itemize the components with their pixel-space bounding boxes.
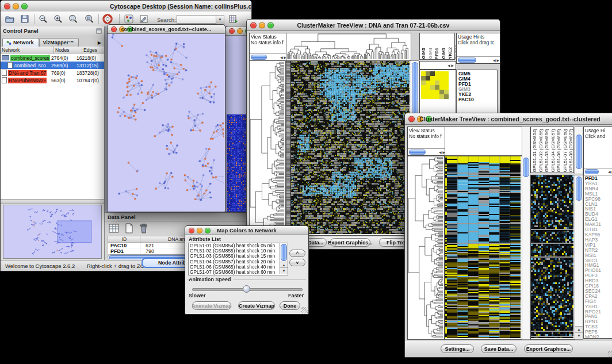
zoom-in-icon[interactable] — [53, 14, 63, 24]
speed-slider-thumb[interactable] — [243, 285, 250, 293]
animate-vizmap-button[interactable]: Animate Vizmap — [192, 301, 231, 310]
top-dendrogram-canvas[interactable] — [286, 33, 410, 59]
annotation-icon[interactable] — [139, 14, 149, 24]
heatmap-column-label[interactable]: GIM3 — [441, 48, 447, 59]
attribute-select-icon[interactable] — [108, 223, 120, 234]
panel-divider[interactable] — [1, 199, 104, 204]
dialog-titlebar[interactable]: Map Colors to Network — [185, 226, 308, 235]
mini-hscrollbar[interactable] — [408, 148, 446, 155]
heatmap-column-label[interactable]: YKE2 — [447, 47, 453, 59]
left-dendrogram-canvas[interactable] — [250, 61, 284, 234]
toolbar-separator — [119, 14, 120, 24]
network-tree-row[interactable]: combined_sco2569(6)13112(15) — [1, 62, 104, 69]
col-nodes[interactable]: Nodes — [54, 47, 82, 54]
mini-hscrollbar[interactable] — [250, 53, 288, 60]
heatmap-vscrollbar[interactable] — [522, 127, 530, 340]
vscroll-thumb[interactable] — [281, 244, 287, 261]
zoom-selected-icon[interactable] — [68, 14, 78, 24]
vscroll-thumb[interactable] — [576, 177, 582, 201]
scroll-thumb[interactable] — [458, 58, 476, 63]
heatmap-column-label[interactable]: GPL51-01 (GSM854) — [532, 129, 538, 173]
vscroll-thumb[interactable] — [576, 135, 582, 169]
more-tabs-icon[interactable] — [95, 39, 104, 47]
import-table-icon[interactable] — [228, 14, 239, 24]
genelist-vscrollbar[interactable] — [575, 175, 583, 340]
search-dropdown-arrow[interactable] — [216, 15, 224, 25]
create-vizmap-button[interactable]: Create Vizmap — [238, 301, 275, 310]
scroll-thumb[interactable] — [251, 55, 267, 60]
scroll-arrows-icon[interactable] — [608, 169, 612, 175]
scroll-down-icon[interactable] — [575, 332, 583, 339]
minimize-button[interactable] — [13, 3, 19, 9]
delete-attribute-icon[interactable] — [138, 223, 150, 234]
resize-grip[interactable] — [301, 307, 308, 313]
attribute-list-vscrollbar[interactable] — [280, 243, 288, 274]
zoom-out-icon[interactable] — [38, 14, 48, 24]
heatmap-column-label[interactable]: GPL51-02 (GSM855) — [538, 129, 544, 173]
data-col-id[interactable]: ID — [108, 236, 141, 243]
heatmap-column-label[interactable]: PFD1 — [434, 48, 440, 59]
birdseye-canvas[interactable] — [3, 205, 100, 257]
tab-vizmapper[interactable]: VizMapper™ — [39, 38, 79, 47]
scroll-down-icon[interactable] — [280, 267, 288, 274]
heatmap-column-label[interactable]: GPL51-03 (GSM856) — [544, 129, 550, 173]
control-panel-header: Control Panel — [1, 26, 104, 36]
new-attribute-icon[interactable] — [123, 223, 135, 234]
global-heatmap-canvas[interactable] — [531, 175, 573, 338]
network-tree-row[interactable]: RNAPuberNov2+563(0)107847(0) — [1, 76, 104, 84]
export-graphics-button[interactable]: Export Graphics... — [330, 238, 370, 247]
help-icon[interactable] — [102, 14, 113, 24]
close-button[interactable] — [4, 3, 10, 9]
export-graphics-button[interactable]: Export Graphics... — [524, 344, 573, 353]
network-tree-row[interactable]: combined_scores2764(0)16218(0) — [1, 54, 104, 62]
save-data-button[interactable]: Save Data... — [481, 344, 517, 353]
gene-label[interactable]: MON2 — [585, 335, 612, 339]
heatmap-column-label[interactable]: GIM4 — [428, 48, 434, 59]
heatmap-column-label[interactable]: GPL51-08 (GSM872) — [568, 129, 574, 173]
left-dendrogram-canvas[interactable] — [408, 156, 443, 338]
network-view-titlebar[interactable]: combined_scores_good.txt--cluste... — [108, 25, 225, 34]
heatmap-canvas[interactable] — [445, 156, 521, 338]
treeview-combined-titlebar[interactable]: ClusterMaker TreeView : combined_scores_… — [405, 113, 612, 125]
done-button[interactable]: Done — [280, 301, 300, 310]
save-icon[interactable] — [20, 14, 30, 24]
scroll-thumb[interactable] — [409, 150, 426, 155]
heatmap-column-label[interactable]: GPL51-06 (GSM865) — [556, 129, 562, 173]
network-canvas[interactable] — [108, 34, 224, 211]
attribute-list-item[interactable]: GPL51-07 (GSM868) heat shock 60 min — [189, 270, 280, 275]
heatmap-column-label[interactable]: GPL51-04 (GSM857) — [550, 129, 556, 173]
resize-grip[interactable] — [608, 351, 612, 357]
move-up-button[interactable]: ^ — [289, 250, 305, 257]
heatmap-row-label[interactable]: PAC10 — [458, 97, 497, 102]
mini-hscrollbar[interactable] — [584, 168, 612, 175]
tab-network[interactable]: Network — [2, 38, 39, 47]
map-colors-dialog: Map Colors to Network Attribute List GPL… — [185, 225, 309, 315]
mini-hscrollbar[interactable] — [457, 56, 500, 63]
minimize-button[interactable] — [237, 28, 243, 34]
settings-button[interactable]: Settings... — [441, 344, 474, 353]
heatmap-canvas[interactable] — [286, 61, 410, 234]
zoom-button[interactable] — [21, 3, 28, 9]
scroll-thumb[interactable] — [585, 169, 599, 174]
treeview-dna-titlebar[interactable]: ClusterMaker TreeView : DNA and Tran 07-… — [247, 20, 500, 31]
correlation-matrix[interactable] — [421, 71, 449, 99]
vscroll-thumb[interactable] — [523, 158, 529, 177]
open-icon[interactable] — [5, 14, 15, 24]
col-network[interactable]: Network — [1, 47, 54, 54]
vizmapper-icon[interactable] — [124, 14, 134, 24]
scroll-arrows-icon[interactable] — [493, 58, 500, 63]
float-panel-icon[interactable] — [96, 28, 102, 34]
document-icon — [7, 62, 13, 68]
close-button[interactable] — [229, 28, 235, 34]
search-input[interactable] — [177, 15, 217, 24]
col-edges[interactable]: Edges — [82, 47, 104, 54]
move-down-button[interactable]: v — [289, 259, 305, 266]
heatmap-column-label[interactable]: GPL51-07 (GSM868) — [563, 129, 568, 173]
zoom-fit-icon[interactable] — [84, 14, 94, 24]
labels-vscrollbar[interactable] — [575, 127, 583, 174]
heatmap-column-label[interactable]: GIM5 — [421, 48, 427, 59]
global-heatmap-panel — [530, 175, 575, 340]
network-tree-row[interactable]: DNA and Tran 07769(0)183728(0) — [1, 69, 104, 76]
main-titlebar[interactable]: Cytoscape Desktop (Session Name: collins… — [1, 1, 251, 12]
scroll-arrows-icon[interactable] — [447, 63, 455, 67]
